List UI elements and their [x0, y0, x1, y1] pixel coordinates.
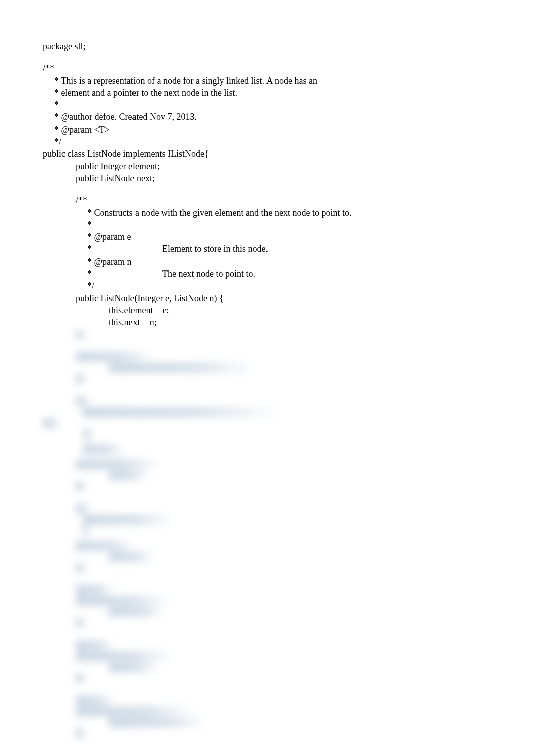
code-line: /**: [43, 62, 533, 74]
code-line: * @author defoe. Created Nov 7, 2013.: [43, 111, 533, 123]
param-desc: Element to store in this node.: [162, 244, 268, 254]
code-line: * @param e: [43, 231, 533, 243]
code-line: * This is a representation of a node for…: [43, 75, 533, 87]
code-line: */: [43, 280, 533, 292]
obscured-code-region: [43, 330, 533, 738]
code-line: */: [43, 136, 533, 148]
code-line: public ListNode(Integer e, ListNode n) {: [43, 292, 533, 304]
code-line: * @param <T>: [43, 123, 533, 136]
code-line: *: [43, 99, 533, 111]
asterisk: *: [83, 244, 92, 254]
code-line: *Element to store in this node.: [43, 243, 533, 255]
asterisk: *: [83, 269, 92, 279]
code-line: this.element = e;: [43, 304, 533, 316]
code-line: public class ListNode implements IListNo…: [43, 148, 533, 160]
code-line: *: [43, 219, 533, 231]
code-line: * @param n: [43, 256, 533, 268]
code-line: public Integer element;: [43, 160, 533, 172]
code-line: * Constructs a node with the given eleme…: [43, 207, 533, 219]
code-line: public ListNode next;: [43, 172, 533, 184]
code-line: *The next node to point to.: [43, 268, 533, 280]
param-desc: The next node to point to.: [162, 269, 255, 279]
code-line: package sll;: [43, 40, 533, 52]
code-line: this.next = n;: [43, 316, 533, 328]
code-line: * element and a pointer to the next node…: [43, 87, 533, 99]
code-line: /**: [43, 194, 533, 206]
